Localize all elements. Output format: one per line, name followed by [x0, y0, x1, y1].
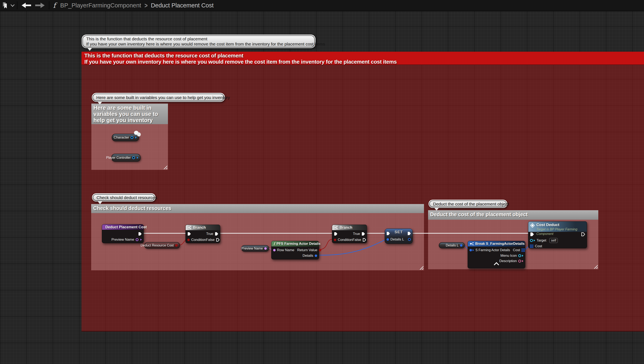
node-title: PFS Farming Actor Details: [276, 242, 321, 246]
toolbar-divider: [49, 1, 50, 10]
object-pin[interactable]: [530, 239, 533, 242]
bool-pin[interactable]: [175, 244, 178, 247]
comment-variables-header[interactable]: Here are some built in variables you can…: [92, 104, 168, 124]
break-struct-icon: [470, 242, 474, 246]
exec-true-pin[interactable]: [215, 232, 218, 236]
pill-deduct-resource-cost[interactable]: Deduct Resource Cost: [144, 242, 180, 248]
name-pin[interactable]: [273, 249, 276, 252]
pin-label-true: True: [206, 232, 213, 236]
comment-main-line2: If you have your own inventory here is w…: [84, 59, 644, 65]
name-pin[interactable]: [136, 238, 138, 241]
pin-label-details-l: Details L: [390, 238, 404, 242]
bool-pin[interactable]: [187, 238, 190, 241]
pin-arrow-icon: [534, 240, 535, 242]
node-deduct-placement-cost-header[interactable]: Deduct Placement Cost: [102, 224, 144, 230]
map-pin-icon[interactable]: [530, 244, 533, 248]
pin-label-menu-icon: Menu Icon: [500, 254, 517, 258]
back-arrow-icon: [22, 3, 31, 8]
pin-label-return-value: Return Value: [297, 248, 317, 252]
node-deduct-placement-cost[interactable]: Deduct Placement Cost Preview Name: [102, 224, 144, 243]
event-diamond-icon: [530, 223, 535, 228]
comment-deduct-header[interactable]: Deduct the cost of the placement object: [428, 210, 598, 220]
graph-canvas[interactable]: This is the function that deducts the re…: [0, 0, 644, 364]
node-break-header[interactable]: Break S_FarmingActorDetails: [468, 241, 525, 246]
node-title: Branch: [193, 226, 206, 230]
pill-deduct-resource-cost-label: Deduct Resource Cost: [140, 244, 174, 247]
pin-label-preview-name: Preview Name: [111, 238, 134, 242]
struct-pin[interactable]: [470, 249, 472, 252]
comment-main-header[interactable]: This is the function that deducts the re…: [82, 52, 644, 65]
struct-pin[interactable]: [315, 254, 317, 257]
pill-player-controller[interactable]: Player Controller: [111, 154, 140, 162]
object-pin[interactable]: [132, 156, 135, 159]
pin-label-true: True: [353, 232, 360, 236]
struct-out-pin[interactable]: [408, 238, 411, 241]
struct-pin[interactable]: [386, 238, 389, 241]
breadcrumb-parent[interactable]: BP_PlayerFarmingComponent: [60, 2, 141, 9]
breadcrumb-current[interactable]: Deduct Placement Cost: [151, 2, 214, 9]
breadcrumb-separator-icon: >: [144, 1, 148, 10]
back-button[interactable]: [20, 1, 33, 10]
exec-out-pin[interactable]: [407, 232, 411, 236]
map-pin-icon[interactable]: [522, 248, 525, 252]
node-set-details-l[interactable]: SET Details L: [385, 228, 413, 244]
self-reference-box: self: [549, 238, 558, 243]
pill-character-label: Character: [114, 136, 129, 140]
node-cost-deduct[interactable]: Cost Deduct Target is BP Player Farming …: [528, 221, 587, 248]
exec-false-pin[interactable]: [362, 238, 366, 242]
exec-in-pin[interactable]: [334, 232, 338, 236]
pin-arrow-icon: [472, 249, 474, 251]
tooltip-main: This is the function that deducts the re…: [82, 34, 316, 48]
forward-button[interactable]: [33, 1, 47, 10]
bookmark-button[interactable]: [0, 1, 10, 10]
exec-in-pin[interactable]: [187, 232, 191, 236]
object-pin[interactable]: [130, 136, 133, 139]
exec-in-pin[interactable]: [386, 232, 390, 236]
chevron-down-icon: [10, 3, 14, 7]
pin-arrow-icon: [140, 238, 142, 241]
bool-pin[interactable]: [334, 238, 336, 241]
node-pfs-header[interactable]: f PFS Farming Actor Details: [272, 241, 319, 246]
tooltip-variables: Here are some built in variables you can…: [92, 93, 225, 102]
node-title: Deduct Placement Cost: [106, 225, 147, 229]
tooltip-check: Check should deduct resources: [92, 193, 156, 202]
pin-label-row-name: Row Name: [277, 248, 294, 252]
node-break-s-farmingactordetails[interactable]: Break S_FarmingActorDetails S Farming Ac…: [468, 241, 525, 268]
pin-arrow-icon: [522, 260, 524, 262]
comment-variables-body: [92, 124, 168, 170]
object-pin[interactable]: [518, 254, 521, 257]
pin-arrow-icon: [137, 157, 138, 159]
node-branch-2[interactable]: Branch True Condition False: [332, 224, 367, 243]
exec-out-pin[interactable]: [138, 232, 142, 236]
toolbar: f BP_PlayerFarmingComponent > Deduct Pla…: [0, 0, 644, 11]
pin-label-s-farming-actor-details: S Farming Actor Details: [476, 248, 510, 252]
function-f-icon: f: [273, 241, 275, 246]
tooltip-check-text: Check should deduct resources: [96, 195, 151, 200]
text-pin[interactable]: [518, 260, 521, 262]
bookmark-icon: [2, 2, 8, 9]
struct-pin[interactable]: [460, 244, 462, 247]
exec-out-pin[interactable]: [581, 232, 585, 236]
node-branch-1-header[interactable]: Branch: [186, 225, 220, 230]
tooltip-main-line2: If you have your own inventory here is w…: [86, 42, 311, 46]
node-branch-1[interactable]: Branch True Condition False: [186, 224, 220, 243]
node-cost-deduct-header[interactable]: Cost Deduct Target is BP Player Farming …: [528, 222, 587, 232]
cursor-icon: [133, 130, 142, 138]
node-pfs-farming-actor-details[interactable]: f PFS Farming Actor Details Row Name Ret…: [271, 241, 319, 260]
pin-label-details: Details: [302, 254, 313, 258]
pill-preview-name[interactable]: Preview Name: [241, 245, 269, 252]
pill-details-l[interactable]: Details L: [439, 242, 465, 248]
bool-pin[interactable]: [319, 249, 321, 252]
bookmark-dropdown-button[interactable]: [10, 1, 15, 10]
exec-in-pin[interactable]: [530, 232, 534, 236]
branch-icon: [334, 226, 338, 229]
toolbar-divider: [17, 1, 18, 10]
pin-label-description: Description: [499, 259, 517, 263]
name-pin[interactable]: [264, 247, 267, 250]
comment-check-header[interactable]: Check should deduct resources: [91, 204, 424, 213]
tooltip-variables-text: Here are some built in variables you can…: [96, 95, 220, 100]
exec-true-pin[interactable]: [362, 232, 365, 236]
node-branch-2-header[interactable]: Branch: [332, 225, 367, 230]
pin-label-condition: Condition: [191, 238, 206, 242]
exec-false-pin[interactable]: [216, 238, 220, 242]
